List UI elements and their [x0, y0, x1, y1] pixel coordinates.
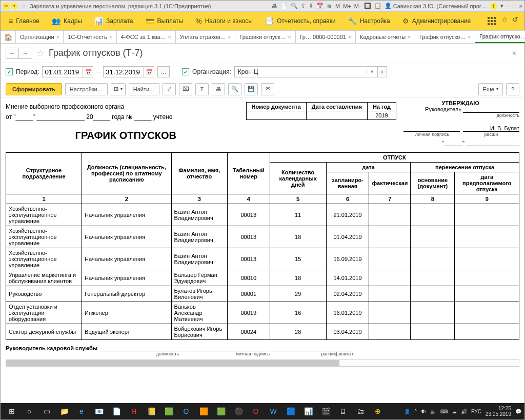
calc-mminus-icon[interactable]: M-	[354, 3, 361, 9]
org-clear-button[interactable]: ×	[378, 66, 387, 77]
current-user[interactable]: 👤 Савинская З.Ю. (Системный прог…	[385, 3, 487, 9]
nav-back-button[interactable]: ←	[6, 48, 19, 59]
yandex-icon[interactable]: Я	[126, 404, 142, 418]
tray-notifications-icon[interactable]: 💬	[515, 409, 521, 414]
generate-button[interactable]: Сформировать	[6, 83, 62, 95]
window-close[interactable]: ×	[519, 3, 522, 9]
mail-icon[interactable]: 📧	[91, 404, 107, 418]
help-button[interactable]: ?	[506, 83, 519, 95]
org-checkbox[interactable]: ✓	[182, 68, 189, 75]
notes-icon[interactable]: 📄	[108, 404, 125, 418]
chrome-icon[interactable]: ⚫	[230, 404, 247, 418]
app-menu-dropdown[interactable]: ▾	[11, 3, 18, 10]
menu-personnel[interactable]: 👥Кадры	[47, 15, 87, 27]
page-close-button[interactable]: ×	[509, 49, 519, 57]
sum-button[interactable]: Σ	[195, 83, 209, 95]
close-icon[interactable]: ×	[348, 34, 351, 40]
nav-forward-button[interactable]: →	[19, 48, 32, 59]
opera-icon[interactable]: O	[248, 404, 264, 418]
edge-icon[interactable]: e	[73, 404, 90, 418]
settings-button[interactable]: Настройки…	[65, 83, 108, 95]
tray-sound-icon[interactable]: 🔈	[430, 409, 436, 414]
word-icon[interactable]: W	[265, 404, 281, 418]
explorer-icon[interactable]: 📁	[56, 404, 72, 418]
menu-payments[interactable]: 💳Выплаты	[140, 15, 189, 27]
tray-expand-icon[interactable]: ^	[414, 409, 417, 414]
print-button[interactable]: 🖶	[212, 83, 225, 95]
tab-gr-000[interactable]: Гр… 0000-000001×	[296, 30, 356, 43]
info-dropdown-icon[interactable]: ▾	[500, 3, 503, 9]
close-icon[interactable]: ×	[109, 34, 112, 40]
monitor-icon[interactable]: 🖥	[335, 404, 351, 418]
tool-page-icon[interactable]: 🗎	[327, 3, 332, 9]
video-icon[interactable]: 🎬	[317, 404, 334, 418]
menu-admin[interactable]: ⚙Администрирование	[397, 15, 476, 27]
tray-volume-icon[interactable]: 🔊	[461, 409, 467, 414]
menu-main[interactable]: ≡Главное	[4, 15, 45, 27]
mail-button[interactable]: ✉	[261, 83, 274, 95]
info-icon[interactable]: i	[490, 3, 497, 10]
expand-button[interactable]: ⤢	[163, 83, 176, 95]
calendar-icon[interactable]: 📅	[144, 66, 154, 77]
org-select[interactable]: Крон-Ц▼	[234, 66, 378, 77]
tray-cloud-icon[interactable]: ☁	[452, 409, 457, 414]
taskview-icon[interactable]: ▭	[38, 404, 55, 418]
app-green-icon[interactable]: 🟩	[160, 404, 177, 418]
tool-window-icon[interactable]: 🔲	[364, 3, 371, 9]
calc-m-icon[interactable]: M	[335, 3, 340, 9]
tool-up-icon[interactable]: ⇧	[301, 3, 306, 9]
tray-lang[interactable]: РУС	[471, 409, 481, 414]
outlook-icon[interactable]: O	[178, 404, 194, 418]
tab-vacation-schedule-active[interactable]: График отпуско…×	[475, 30, 525, 43]
period-checkbox[interactable]: ✓	[6, 68, 13, 75]
window-minimize[interactable]: –	[507, 3, 510, 9]
tray-user-icon[interactable]: 👤	[404, 409, 410, 414]
tool-doc-icon[interactable]: 📄	[280, 3, 288, 9]
more-button[interactable]: Еще ▾	[478, 83, 503, 95]
save-button[interactable]: 💾	[245, 83, 258, 95]
tray-keyboard-icon[interactable]: ⌨	[440, 409, 448, 414]
teamviewer-icon[interactable]: 🟦	[282, 404, 299, 418]
close-icon[interactable]: ×	[468, 34, 471, 40]
tree-button[interactable]: ⌧	[179, 83, 192, 95]
close-icon[interactable]: ×	[56, 34, 59, 40]
start-button[interactable]: ⊞	[4, 404, 20, 418]
1c-icon[interactable]: 📊	[300, 404, 316, 418]
app-orange-icon[interactable]: 🟧	[195, 404, 212, 418]
menu-settings[interactable]: 🔧Настройка	[343, 15, 395, 27]
cortana-icon[interactable]: ○	[21, 404, 37, 418]
period-picker-button[interactable]: …	[157, 66, 170, 77]
tab-vacation-schedule-1[interactable]: График отпуско…×	[415, 30, 475, 43]
apps-grid-icon[interactable]	[486, 15, 497, 27]
notebook-icon[interactable]: 📒	[143, 404, 159, 418]
menu-salary[interactable]: 📊Зарплата	[89, 15, 138, 27]
tab-hr-reports[interactable]: Кадровые отчеты×	[356, 30, 415, 43]
preview-button[interactable]: 🔍	[228, 83, 241, 95]
tab-organizations[interactable]: Организации×	[16, 30, 64, 43]
tab-insurance[interactable]: Уплата страхов…×	[176, 30, 236, 43]
tool-calendar-icon[interactable]: 📅	[316, 3, 324, 9]
app-plus-icon[interactable]: ⊕	[370, 404, 386, 418]
close-icon[interactable]: ×	[408, 34, 411, 40]
tab-1c-reporting[interactable]: 1С-Отчетность×	[64, 30, 116, 43]
close-icon[interactable]: ×	[228, 34, 231, 40]
tab-vacation-charts[interactable]: Графики отпуск…×	[235, 30, 295, 43]
history-icon[interactable]: ↺	[512, 15, 518, 27]
scrollbar-thumb[interactable]	[6, 360, 339, 366]
horizontal-scrollbar[interactable]	[6, 359, 519, 367]
menu-reports[interactable]: 📑Отчетность, справки	[260, 15, 341, 27]
tab-4fss[interactable]: 4-ФСС за 1 ква…×	[117, 30, 176, 43]
menu-taxes[interactable]: %Налоги и взносы	[190, 15, 258, 27]
tray-mic-icon[interactable]: 🗣	[421, 409, 426, 414]
tab-home[interactable]: 🏠	[1, 30, 16, 43]
calendar-icon[interactable]: 📅	[83, 66, 93, 77]
tabs-icon[interactable]: 🗂	[352, 404, 369, 418]
date-from-input[interactable]	[42, 66, 83, 77]
favorite-icon[interactable]: ☆	[21, 3, 27, 10]
close-icon[interactable]: ×	[168, 34, 171, 40]
favorite-star-icon[interactable]: ☆	[501, 15, 508, 27]
calc-mplus-icon[interactable]: M+	[343, 3, 351, 9]
window-maximize[interactable]: □	[513, 3, 516, 9]
table-layout-button[interactable]: ⊞▾	[111, 83, 126, 95]
tool-down-icon[interactable]: ⇩	[309, 3, 313, 9]
